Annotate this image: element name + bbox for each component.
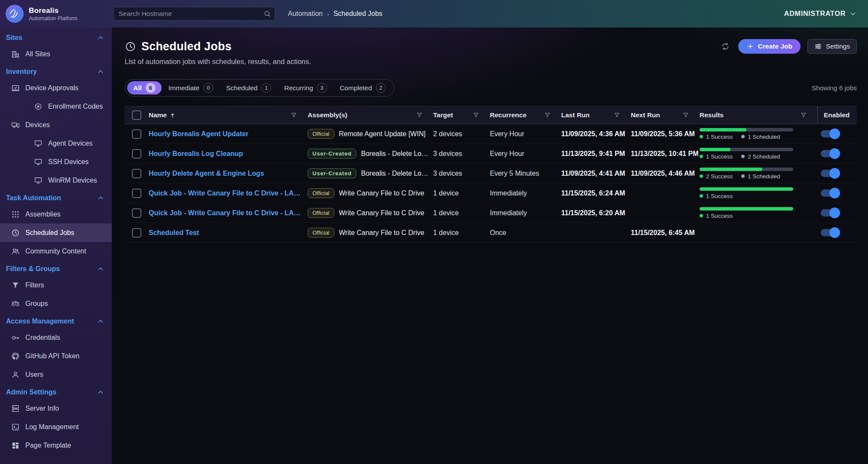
sidebar-item-label: Log Management — [25, 423, 79, 431]
table-header: Name Assembly(s) Target Recurrence Last … — [125, 106, 857, 124]
create-job-button[interactable]: Create Job — [738, 39, 801, 54]
chevron-down-icon — [849, 10, 857, 18]
sidebar-item-devices[interactable]: Devices — [0, 116, 112, 134]
sidebar-section-filters-groups[interactable]: Filters & Groups — [0, 260, 112, 276]
search-input[interactable] — [113, 7, 275, 21]
sidebar-item-agent-devices[interactable]: Agent Devices — [0, 134, 112, 153]
chevron-up-icon — [97, 68, 104, 76]
breadcrumb-automation[interactable]: Automation — [288, 10, 323, 18]
job-name-link[interactable]: Quick Job - Write Canary File to C Drive… — [149, 209, 303, 217]
filter-icon[interactable] — [473, 112, 480, 119]
device-check-icon — [11, 84, 20, 92]
column-header-target[interactable]: Target — [433, 111, 453, 119]
jobs-table: Name Assembly(s) Target Recurrence Last … — [125, 106, 857, 243]
job-name-link[interactable]: Scheduled Test — [149, 229, 199, 237]
settings-label: Settings — [826, 43, 850, 50]
monitor-icon — [34, 176, 43, 185]
tab-label: Scheduled — [226, 84, 257, 92]
column-header-assembly[interactable]: Assembly(s) — [308, 111, 347, 119]
job-name-link[interactable]: Hourly Borealis Log Cleanup — [149, 150, 243, 158]
row-checkbox[interactable] — [132, 228, 141, 238]
page-title: Scheduled Jobs — [141, 40, 232, 53]
sidebar-item-device-approvals[interactable]: Device Approvals — [0, 79, 112, 97]
sidebar-section-inventory[interactable]: Inventory — [0, 63, 112, 79]
filter-icon[interactable] — [614, 112, 620, 119]
column-header-name[interactable]: Name — [149, 111, 167, 119]
sidebar-section-sites[interactable]: Sites — [0, 29, 112, 45]
user-menu[interactable]: ADMINISTRATOR — [784, 10, 857, 18]
recurrence-cell: Every Hour — [490, 150, 524, 158]
grid-icon — [11, 210, 20, 219]
last-run-cell: 11/09/2025, 4:41 AM — [561, 170, 625, 177]
sidebar-section-access-management[interactable]: Access Management — [0, 313, 112, 328]
column-header-recurrence[interactable]: Recurrence — [490, 111, 526, 119]
settings-button[interactable]: Settings — [807, 39, 857, 54]
filter-icon[interactable] — [682, 112, 689, 119]
success-label: 1 Success — [706, 153, 733, 160]
sidebar-item-enrollment-codes[interactable]: Enrollment Codes — [0, 97, 112, 116]
tab-recurring[interactable]: Recurring 3 — [278, 81, 333, 95]
select-all-checkbox[interactable] — [132, 110, 141, 120]
chevron-up-icon — [97, 388, 104, 396]
refresh-button[interactable] — [719, 40, 731, 52]
sidebar-item-github-api-token[interactable]: GitHub API Token — [0, 347, 112, 365]
enabled-toggle[interactable] — [821, 229, 839, 236]
sort-asc-icon[interactable] — [169, 112, 176, 119]
sidebar-item-filters[interactable]: Filters — [0, 276, 112, 294]
row-checkbox[interactable] — [132, 149, 141, 159]
filter-icon[interactable] — [416, 112, 423, 119]
row-checkbox[interactable] — [132, 208, 141, 218]
tab-count-badge: 2 — [376, 83, 386, 93]
recurrence-cell: Immediately — [490, 189, 527, 197]
sidebar-item-log-management[interactable]: Log Management — [0, 418, 112, 436]
assembly-badge: Official — [308, 129, 334, 139]
column-header-next-run[interactable]: Next Run — [631, 111, 660, 119]
row-checkbox[interactable] — [132, 129, 141, 139]
sidebar-item-server-info[interactable]: Server Info — [0, 399, 112, 418]
app-logo[interactable]: Borealis Automation Platform — [0, 4, 112, 23]
filter-icon[interactable] — [290, 112, 297, 119]
enabled-toggle[interactable] — [821, 209, 839, 217]
sidebar-item-label: Agent Devices — [48, 140, 92, 147]
sidebar-item-scheduled-jobs[interactable]: Scheduled Jobs — [0, 223, 112, 242]
enabled-toggle[interactable] — [821, 130, 839, 137]
tune-icon — [814, 43, 822, 50]
tab-all[interactable]: All 6 — [127, 81, 162, 95]
sidebar-item-credentials[interactable]: Credentials — [0, 328, 112, 347]
sidebar-item-page-template[interactable]: Page Template — [0, 436, 112, 455]
section-label: Inventory — [6, 68, 37, 76]
tab-immediate[interactable]: Immediate 0 — [162, 81, 219, 95]
enabled-toggle[interactable] — [821, 170, 839, 177]
sidebar-item-label: Device Approvals — [25, 84, 79, 92]
sidebar-item-groups[interactable]: Groups — [0, 294, 112, 313]
sidebar-item-users[interactable]: Users — [0, 365, 112, 384]
circle-dot-icon — [34, 102, 43, 111]
job-name-link[interactable]: Hourly Borealis Agent Updater — [149, 130, 248, 138]
job-name-link[interactable]: Quick Job - Write Canary File to C Drive… — [149, 189, 303, 197]
monitor-icon — [34, 139, 43, 148]
filter-icon[interactable] — [544, 112, 551, 119]
tab-scheduled[interactable]: Scheduled 1 — [220, 81, 277, 95]
column-header-results[interactable]: Results — [700, 111, 724, 119]
sidebar-item-assemblies[interactable]: Assemblies — [0, 205, 112, 223]
sidebar-item-winrm-devices[interactable]: WinRM Devices — [0, 171, 112, 189]
success-dot — [700, 174, 703, 178]
sidebar-item-label: Groups — [25, 300, 48, 308]
column-header-last-run[interactable]: Last Run — [561, 111, 590, 119]
next-run-cell: 11/09/2025, 4:46 AM — [631, 170, 695, 177]
sidebar-item-all-sites[interactable]: All Sites — [0, 45, 112, 63]
sidebar-section-task-automation[interactable]: Task Automation — [0, 189, 112, 205]
user-icon — [11, 370, 20, 379]
table-row: Hourly Delete Agent & Engine Logs User-C… — [125, 164, 857, 183]
enabled-toggle[interactable] — [821, 189, 839, 197]
recurrence-cell: Every Hour — [490, 130, 524, 138]
row-checkbox[interactable] — [132, 189, 141, 198]
sidebar-item-ssh-devices[interactable]: SSH Devices — [0, 153, 112, 171]
enabled-toggle[interactable] — [821, 150, 839, 157]
tab-completed[interactable]: Completed 2 — [334, 81, 392, 95]
sidebar-item-community-content[interactable]: Community Content — [0, 242, 112, 260]
sidebar-section-admin-settings[interactable]: Admin Settings — [0, 384, 112, 399]
job-name-link[interactable]: Hourly Delete Agent & Engine Logs — [149, 170, 264, 177]
filter-icon[interactable] — [800, 112, 807, 119]
row-checkbox[interactable] — [132, 169, 141, 178]
